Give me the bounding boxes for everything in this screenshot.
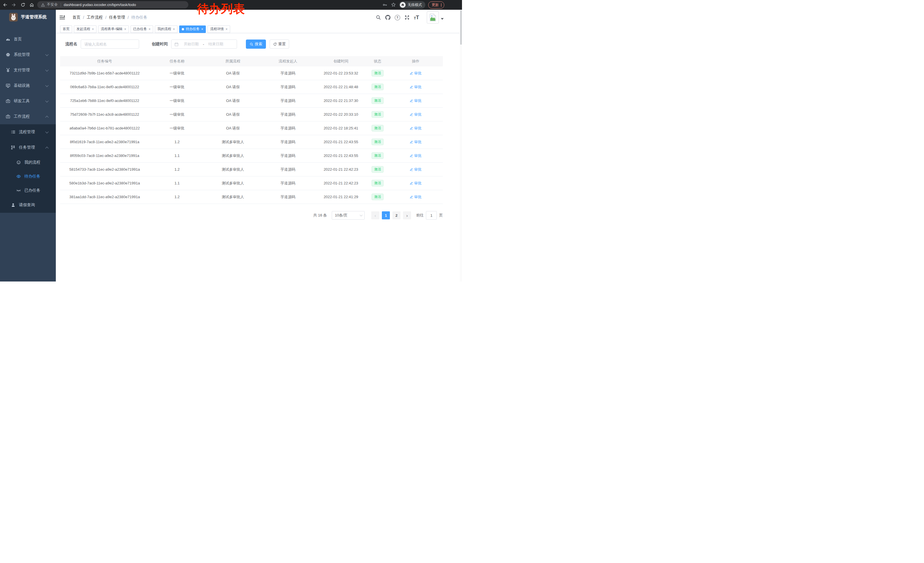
- url-text[interactable]: dashboard.yudao.iocoder.cn/bpm/task/todo: [64, 3, 136, 7]
- pencil-icon: [410, 99, 413, 102]
- tab-process-detail[interactable]: 流程详情×: [207, 26, 230, 33]
- approve-link[interactable]: 审批: [410, 84, 422, 90]
- sidebar-item-task-mgmt[interactable]: 任务管理: [0, 140, 56, 155]
- sidebar-item-done-tasks[interactable]: 已办任务: [0, 183, 56, 197]
- approve-link[interactable]: 审批: [410, 140, 422, 145]
- close-icon[interactable]: ×: [173, 27, 175, 31]
- sidebar-item-process-mgmt[interactable]: 流程管理: [0, 124, 56, 140]
- breadcrumb-workflow[interactable]: 工作流程: [87, 15, 103, 20]
- eye-icon: [16, 174, 21, 179]
- prev-page-button[interactable]: ‹: [371, 211, 379, 219]
- pencil-icon: [410, 126, 413, 130]
- briefcase-icon: [6, 99, 10, 104]
- pencil-icon: [410, 154, 413, 158]
- process-name-input[interactable]: [81, 39, 139, 49]
- reload-icon[interactable]: [21, 3, 25, 7]
- sidebar-item-infra[interactable]: 基础设施: [0, 78, 56, 93]
- back-icon[interactable]: [3, 3, 8, 7]
- fullscreen-icon[interactable]: [405, 15, 410, 20]
- sidebar-item-my-process[interactable]: 我的流程: [0, 155, 56, 169]
- bookmark-star-icon[interactable]: [391, 2, 396, 7]
- close-icon[interactable]: ×: [148, 27, 151, 31]
- table-row: 8f059c03-7ac8-11ec-a9e2-a2380e71991a 1.1…: [60, 149, 443, 163]
- sidebar-item-system[interactable]: 系统管理: [0, 47, 56, 62]
- approve-link[interactable]: 审批: [410, 98, 422, 104]
- browser-menu-dots-icon[interactable]: [441, 3, 442, 7]
- home-icon[interactable]: [30, 3, 34, 7]
- close-icon[interactable]: ×: [201, 27, 203, 31]
- approve-link[interactable]: 审批: [410, 167, 422, 172]
- next-page-button[interactable]: ›: [403, 211, 411, 219]
- sidebar-item-leave-query[interactable]: 请假查询: [0, 197, 56, 213]
- approve-link[interactable]: 审批: [410, 126, 422, 131]
- approve-link[interactable]: 审批: [410, 71, 422, 76]
- tab-my-process[interactable]: 我的流程×: [155, 26, 177, 33]
- chevron-down-icon: [360, 214, 363, 216]
- forward-icon[interactable]: [12, 3, 16, 7]
- date-range-picker[interactable]: 开始日期 - 结束日期: [171, 39, 237, 49]
- password-key-icon[interactable]: [383, 3, 387, 7]
- sidebar-item-home[interactable]: 首页: [0, 32, 56, 47]
- update-button[interactable]: 更新: [428, 2, 444, 9]
- workflow-submenu: 流程管理 任务管理 我的流程 待办任务 已办: [0, 124, 56, 213]
- app-header: 首页 / 工作流程 / 任务管理 / 待办任务 ? TT: [56, 10, 462, 25]
- table-row: 75d72608-7b7f-11ec-a3c8-acde48001122 一级审…: [60, 108, 443, 122]
- tab-todo-tasks[interactable]: 待办任务×: [179, 26, 206, 33]
- chevron-down-icon: [45, 53, 48, 56]
- chevron-down-icon: [45, 130, 48, 133]
- security-warning-icon: [41, 3, 45, 7]
- approve-link[interactable]: 审批: [410, 112, 422, 117]
- page-scrollbar[interactable]: [460, 10, 462, 281]
- search-icon[interactable]: [376, 15, 381, 20]
- total-count: 共 16 条: [313, 213, 327, 218]
- help-icon[interactable]: ?: [395, 15, 400, 20]
- reset-button[interactable]: 重置: [270, 39, 289, 49]
- page-button-1[interactable]: 1: [382, 211, 390, 219]
- goto-page-input[interactable]: [426, 211, 437, 220]
- page-button-2[interactable]: 2: [393, 211, 400, 219]
- url-bar[interactable]: 不安全 dashboard.yudao.iocoder.cn/bpm/task/…: [37, 1, 188, 8]
- avatar[interactable]: [427, 12, 439, 24]
- close-icon[interactable]: ×: [225, 27, 228, 31]
- url-divider: [61, 3, 61, 7]
- sidebar-collapse-icon[interactable]: [60, 15, 65, 20]
- sidebar-item-workflow[interactable]: 工作流程: [0, 109, 56, 124]
- avatar-dropdown-caret[interactable]: [441, 18, 444, 21]
- tab-done-tasks[interactable]: 已办任务×: [130, 26, 153, 33]
- search-button[interactable]: 搜索: [246, 39, 266, 49]
- table-row: 73211d9d-7b9b-11ec-b5b7-acde48001122 一级审…: [60, 66, 443, 80]
- approve-link[interactable]: 审批: [410, 181, 422, 186]
- task-id: 75d72608-7b7f-11ec-a3c8-acde48001122: [60, 112, 149, 117]
- refresh-icon: [273, 42, 277, 46]
- close-icon[interactable]: ×: [92, 27, 94, 31]
- sidebar-item-payment[interactable]: 支付管理: [0, 62, 56, 78]
- approve-link[interactable]: 审批: [410, 153, 422, 158]
- sidebar-item-devtools[interactable]: 研发工具: [0, 93, 56, 109]
- security-label[interactable]: 不安全: [47, 2, 58, 7]
- scrollbar-thumb[interactable]: [460, 10, 462, 45]
- task-id: 381aa1dd-7ac8-11ec-a9e2-a2380e71991a: [60, 195, 149, 199]
- gear-icon: [6, 53, 10, 57]
- task-id: 725a1eb6-7b88-11ec-8ef0-acde48001122: [60, 99, 149, 103]
- tab-form-edit[interactable]: 流程表单-编辑×: [98, 26, 129, 33]
- pencil-icon: [410, 86, 413, 89]
- screen: 不安全 dashboard.yudao.iocoder.cn/bpm/task/…: [0, 0, 462, 281]
- pencil-icon: [410, 182, 413, 185]
- close-icon[interactable]: ×: [124, 27, 126, 31]
- status-badge: 激活: [372, 152, 384, 159]
- list-icon: [11, 130, 15, 134]
- pagination: 共 16 条 10条/页 ‹ 1 2 › 前往 页: [56, 211, 462, 220]
- eye-closed-icon: [16, 188, 21, 193]
- font-size-icon[interactable]: TT: [414, 15, 419, 20]
- tab-home[interactable]: 首页: [60, 26, 72, 33]
- logo-row[interactable]: 芋道管理系统: [0, 10, 56, 24]
- github-icon[interactable]: [385, 15, 390, 20]
- avatar-wrap: [427, 12, 444, 24]
- sidebar-item-todo-tasks[interactable]: 待办任务: [0, 169, 56, 183]
- breadcrumb-task-mgmt[interactable]: 任务管理: [109, 15, 125, 20]
- breadcrumb-home[interactable]: 首页: [72, 15, 80, 20]
- approve-link[interactable]: 审批: [410, 194, 422, 200]
- tab-start-process[interactable]: 发起流程×: [74, 26, 96, 33]
- tab-bar: 首页 发起流程× 流程表单-编辑× 已办任务× 我的流程× 待办任务× 流程详情…: [56, 25, 462, 33]
- page-size-select[interactable]: 10条/页: [332, 211, 364, 220]
